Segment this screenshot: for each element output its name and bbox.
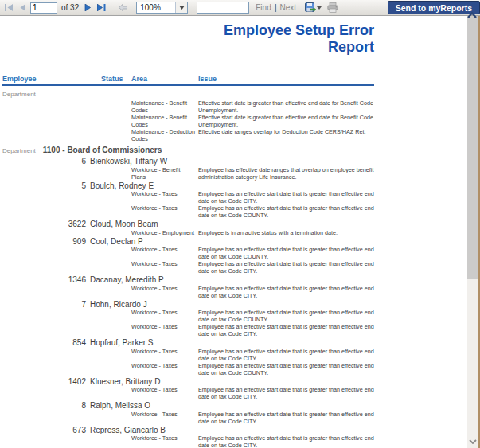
issue-status-cell: [101, 386, 131, 400]
issue-status-cell: [101, 190, 131, 205]
issue-area: Workforce - Employment: [131, 229, 198, 236]
scroll-down-button[interactable]: [467, 435, 478, 448]
export-button[interactable]: [303, 2, 323, 14]
zoom-select[interactable]: 100%: [136, 2, 188, 14]
parent-report-button[interactable]: [117, 3, 129, 12]
issue-text: Employee has an effective start date tha…: [198, 205, 374, 219]
employee-name: Hohn, Ricardo J: [90, 300, 147, 309]
find-input[interactable]: [197, 2, 249, 14]
col-header-area: Area: [131, 75, 198, 84]
issue-row: Workforce - TaxesEmployee has an effecti…: [2, 309, 374, 323]
report-title: Employee Setup Error Report: [195, 22, 374, 56]
issue-employee-cell: [2, 190, 101, 205]
issue-text: Employee has an effective start date tha…: [198, 362, 374, 376]
scrollbar-thumb[interactable]: [467, 16, 478, 279]
last-page-icon: [97, 4, 106, 11]
prev-page-button[interactable]: [18, 3, 28, 12]
issue-text: Employee is in an active status with a t…: [198, 229, 374, 236]
department-value: 1100 - Board of Commissioners: [43, 146, 162, 154]
issue-status-cell: [101, 309, 131, 323]
first-page-button[interactable]: [3, 3, 15, 12]
scroll-down-icon: [469, 439, 477, 444]
issue-employee-cell: [2, 260, 101, 275]
employee-row: 1346Dacanay, Meredith P: [2, 275, 377, 285]
print-button[interactable]: [326, 2, 340, 14]
employee-number: 7: [2, 300, 86, 310]
issue-text: Employee has an effective start date tha…: [198, 386, 374, 400]
find-link[interactable]: Find: [256, 3, 271, 12]
table-header: Employee Status Area Issue: [2, 75, 374, 86]
employee-number: 6: [2, 157, 86, 166]
issue-area: Workforce - Taxes: [131, 411, 198, 425]
issue-status-cell: [101, 285, 131, 299]
issue-row: Maintenance - Deduction CodesEffective d…: [2, 128, 374, 142]
employee-number: 673: [2, 426, 86, 435]
issue-row: Maintenance - Benefit CodesEffective sta…: [2, 114, 374, 128]
issue-area: Workforce - Taxes: [131, 323, 198, 337]
issue-text: Employee has effective date ranges that …: [198, 166, 374, 181]
issue-row: Workforce - TaxesEmployee has an effecti…: [2, 348, 374, 362]
employee-number: 3622: [2, 220, 86, 229]
issue-row: Workforce - TaxesEmployee has an effecti…: [2, 205, 374, 219]
department-label: Department: [2, 147, 36, 154]
issue-employee-cell: [2, 229, 101, 236]
issue-employee-cell: [2, 128, 101, 142]
next-page-button[interactable]: [83, 3, 93, 12]
issue-text: Employee has an effective start date tha…: [198, 285, 374, 299]
employee-number: 909: [2, 237, 86, 247]
employee-name: Kluesner, Brittany D: [90, 377, 160, 386]
export-disk-icon: [305, 2, 316, 13]
issue-status-cell: [101, 411, 131, 425]
issue-row: Workforce - TaxesEmployee has an effecti…: [2, 411, 374, 425]
issue-area: Maintenance - Benefit Codes: [131, 114, 198, 128]
issue-row: Workforce - TaxesEmployee has an effecti…: [2, 190, 374, 205]
issue-row: Workforce - TaxesEmployee has an effecti…: [2, 323, 374, 337]
printer-icon: [327, 2, 338, 13]
issue-row: Workforce - TaxesEmployee has an effecti…: [2, 285, 374, 299]
find-next-link[interactable]: Next: [280, 3, 297, 12]
page-count-label: of 32: [61, 3, 79, 12]
page-number-input[interactable]: [30, 2, 57, 14]
employee-row: 1402Kluesner, Brittany D: [2, 377, 377, 387]
issue-area: Workforce - Taxes: [131, 348, 198, 362]
report-viewer-window: of 32 100% Find | Next: [0, 0, 480, 448]
report-viewport: Employee Setup Error Report Employee Sta…: [0, 16, 480, 448]
issue-employee-cell: [2, 348, 101, 362]
issue-area: Workforce - Taxes: [131, 434, 198, 448]
issue-area: Workforce - Taxes: [131, 285, 198, 299]
employee-name: Bienkowski, Tiffany W: [90, 157, 167, 166]
scroll-up-icon[interactable]: [466, 10, 478, 18]
find-controls: Find | Next: [256, 3, 296, 12]
issue-text: Employee has an effective start date tha…: [198, 309, 374, 323]
issue-text: Employee has an effective start date tha…: [198, 434, 374, 448]
issue-text: Employee has an effective start date tha…: [198, 348, 374, 362]
issue-area: Workforce - Taxes: [131, 309, 198, 323]
issue-status-cell: [101, 260, 131, 275]
issue-status-cell: [101, 434, 131, 448]
issue-employee-cell: [2, 362, 101, 376]
issue-status-cell: [101, 128, 131, 142]
issue-area: Maintenance - Deduction Codes: [131, 128, 198, 142]
issue-status-cell: [101, 114, 131, 128]
issue-status-cell: [101, 323, 131, 337]
issue-status-cell: [101, 246, 131, 260]
issue-employee-cell: [2, 246, 101, 260]
zoom-dropdown-icon: [175, 2, 187, 13]
issue-area: Workforce - Taxes: [131, 190, 198, 205]
last-page-button[interactable]: [96, 3, 107, 12]
vertical-scrollbar[interactable]: [467, 16, 478, 448]
issue-text: Employee has an effective start date tha…: [198, 190, 374, 205]
issue-area: Workforce - Taxes: [131, 260, 198, 275]
issue-area: Workforce - Taxes: [131, 362, 198, 376]
employee-row: 7Hohn, Ricardo J: [2, 300, 377, 310]
issue-status-cell: [101, 362, 131, 376]
col-header-employee: Employee: [2, 75, 101, 84]
issue-text: Employee has an effective start date tha…: [198, 246, 374, 260]
report-rows: DepartmentMaintenance - Benefit CodesEff…: [2, 88, 377, 448]
issue-employee-cell: [2, 285, 101, 299]
employee-row: 6Bienkowski, Tiffany W: [2, 157, 377, 166]
issue-row: Workforce - TaxesEmployee has an effecti…: [2, 386, 374, 400]
issue-row: Workforce - TaxesEmployee has an effecti…: [2, 260, 374, 275]
issue-row: Workforce - TaxesEmployee has an effecti…: [2, 246, 374, 260]
employee-number: 1402: [2, 377, 86, 387]
